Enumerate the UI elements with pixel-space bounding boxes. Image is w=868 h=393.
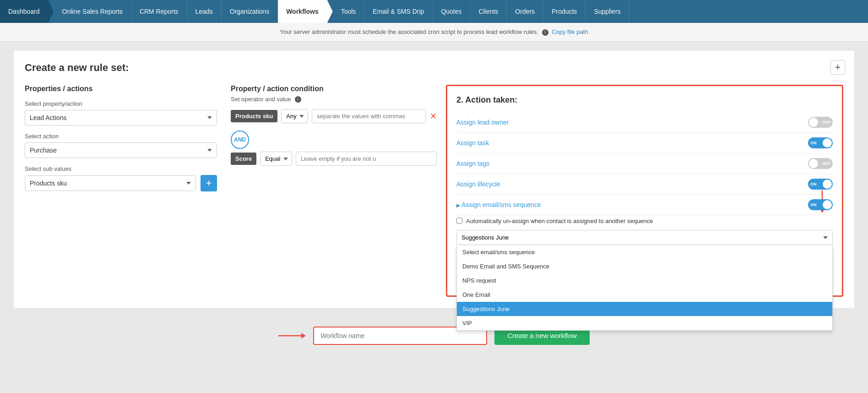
info-bar: Your server administrator must schedule … [0,23,868,42]
action-row-2: Assign tagsOFF [456,153,833,174]
sequence-expanded-section: Automatically un-assign when contact is … [456,218,833,245]
copy-file-path-link[interactable]: Copy file path [552,28,588,35]
nav-item-dashboard[interactable]: Dashboard [0,0,54,23]
action-row-4: Assign email/sms sequenceON [456,195,833,215]
property-field-group: Select property/action Lead Actions [25,100,217,126]
left-panel: Properties / actions Select property/act… [25,85,217,199]
bottom-arrow [278,330,306,341]
right-panel: 2. Action taken: Assign lead ownerOFFAss… [446,85,843,297]
action-toggle-2[interactable]: OFF [808,158,833,169]
condition-1-delete-button[interactable]: ✕ [430,111,437,121]
action-label: Select action [25,133,217,140]
action-label-1[interactable]: Assign task [456,139,803,147]
action-toggle-4[interactable]: ON [808,199,833,210]
condition-title: Property / action condition [231,85,437,93]
action-label-4[interactable]: Assign email/sms sequence [456,201,803,208]
condition-1-input[interactable] [312,109,426,123]
and-badge: AND [231,131,249,149]
condition-info-icon: i [295,96,301,103]
action-row-1: Assign taskON [456,133,833,153]
sub-values-select[interactable]: Products sku [25,175,196,191]
action-row-3: Assign lifecycleON [456,174,833,195]
info-message: Your server administrator must schedule … [280,28,538,35]
action-toggle-0[interactable]: OFF [808,117,833,128]
sequence-checkbox-row: Automatically un-assign when contact is … [456,218,833,224]
plus-button[interactable]: + [830,60,845,75]
nav-item-crm-reports[interactable]: CRM Reports [131,0,187,23]
main-container: Create a new rule set: + Properties / ac… [14,51,854,308]
nav-item-orders[interactable]: Orders [507,0,543,23]
middle-panel: Property / action condition Set operator… [217,85,437,170]
sub-values-row: Products sku + [25,175,217,191]
sequence-checkbox[interactable] [456,218,462,224]
nav-item-online-sales-reports[interactable]: Online Sales Reports [54,0,131,23]
left-panel-title: Properties / actions [25,85,217,93]
sequence-checkbox-label: Automatically un-assign when contact is … [466,218,653,224]
action-label-2[interactable]: Assign tags [456,160,803,167]
nav-item-suppliers[interactable]: Suppliers [586,0,629,23]
action-select[interactable]: Purchase [25,142,217,158]
page-title: Create a new rule set: [25,62,843,74]
nav-item-leads[interactable]: Leads [187,0,222,23]
action-label-3[interactable]: Assign lifecycle [456,180,803,188]
nav-item-workflows[interactable]: Workflows [278,0,333,23]
condition-2-label: Score [231,153,256,165]
sequence-option[interactable]: Demo Email and SMS Sequence [457,259,832,273]
sequence-option[interactable]: Select email/sms sequence [457,245,832,259]
condition-2-input[interactable] [296,152,437,166]
columns-layout: Properties / actions Select property/act… [25,85,843,297]
navigation: DashboardOnline Sales ReportsCRM Reports… [0,0,868,23]
nav-item-email-&-sms-drip[interactable]: Email & SMS Drip [364,0,433,23]
condition-2-operator[interactable]: Equal [260,152,292,166]
condition-row-2: Score Equal [231,152,437,166]
action-title: 2. Action taken: [456,95,833,105]
action-label-0[interactable]: Assign lead owner [456,119,803,126]
nav-item-organizations[interactable]: Organizations [222,0,278,23]
sub-values-field-group: Select sub values Products sku + [25,165,217,191]
and-badge-container: AND [231,128,437,152]
condition-subtitle: Set operator and value i [231,96,437,103]
condition-row-1: Products sku Any ✕ [231,109,437,123]
info-icon: i [542,29,548,36]
condition-1-operator[interactable]: Any [281,109,308,123]
property-label: Select property/action [25,100,217,107]
nav-item-products[interactable]: Products [543,0,586,23]
action-rows-container: Assign lead ownerOFFAssign taskONAssign … [456,112,833,286]
action-field-group: Select action Purchase [25,133,217,158]
action-toggle-1[interactable]: ON [808,137,833,148]
property-select[interactable]: Lead Actions [25,110,217,126]
condition-1-label: Products sku [231,110,277,122]
action-toggle-3[interactable]: ON [808,179,833,190]
sequence-option[interactable]: Suggestions June [457,302,832,316]
nav-item-quotes[interactable]: Quotes [433,0,470,23]
sequence-select-row: Select email/sms sequenceDemo Email and … [456,230,833,245]
add-sub-value-button[interactable]: + [201,175,217,191]
sub-values-label: Select sub values [25,165,217,172]
svg-marker-3 [301,333,306,338]
sequence-options-list: Select email/sms sequenceDemo Email and … [456,245,833,331]
sequence-dropdown[interactable]: Select email/sms sequenceDemo Email and … [456,230,833,245]
nav-item-clients[interactable]: Clients [471,0,507,23]
sequence-option[interactable]: NPS request [457,273,832,288]
sequence-option[interactable]: One Email [457,288,832,302]
sequence-option[interactable]: VIP [457,316,832,330]
action-row-0: Assign lead ownerOFF [456,112,833,133]
nav-item-tools[interactable]: Tools [333,0,365,23]
